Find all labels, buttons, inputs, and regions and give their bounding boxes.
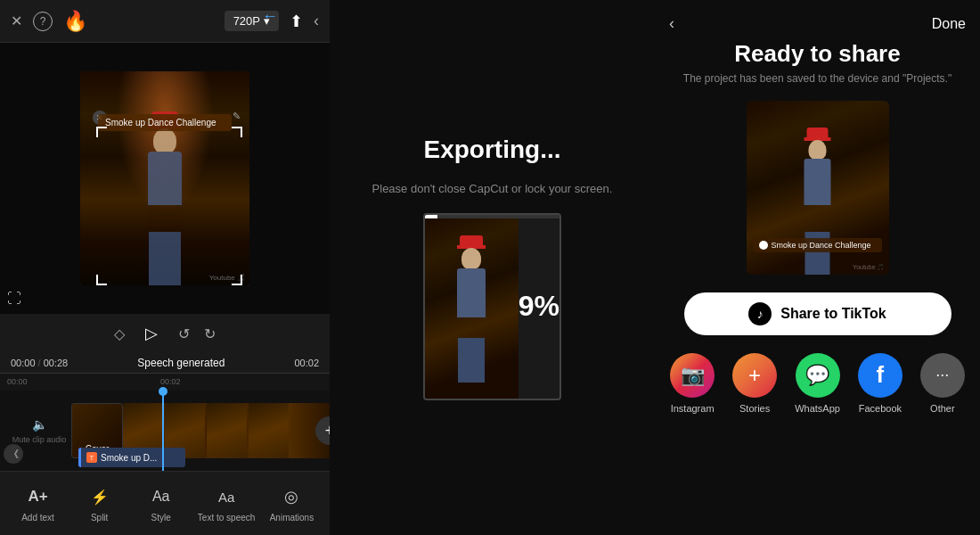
export-preview-image (425, 215, 519, 399)
tiktok-share-button[interactable]: ♪ Share to TikTok (684, 292, 951, 335)
body (148, 152, 182, 205)
share-preview-frame: Smoke up Dance Challenge Youtube 🎵 (747, 101, 889, 275)
tool-split[interactable]: ⚡ Split (75, 484, 125, 523)
split-icon: ⚡ (87, 484, 112, 509)
tool-style[interactable]: Aa Style (136, 484, 186, 523)
share-title: Ready to share (734, 40, 900, 68)
whatsapp-icon: 💬 (796, 353, 840, 398)
text-clip-label: Smoke up D... (101, 453, 157, 463)
capcut-logo: 🔥 (63, 10, 87, 33)
style-label: Style (151, 513, 171, 523)
diamond-icon[interactable]: ◇ (114, 325, 125, 342)
animations-label: Animations (270, 513, 314, 523)
timeline-tracks: 🔈 Mute clip audio Cover + T Smoke up D..… (0, 391, 330, 471)
video-preview-frame: Youtube 🎵 ✕ Smoke up Dance Challenge ✎ (80, 71, 249, 285)
left-editor-panel: ✕ ? 🔥 720P ▾ ⬆ ← ‹ Youtube 🎵 (0, 0, 330, 535)
share-subtitle: The project has been saved to the device… (683, 71, 951, 86)
share-watermark: Youtube 🎵 (853, 264, 885, 271)
export-subtitle: Please don't close CapCut or lock your s… (372, 182, 613, 195)
resize-handle-bl[interactable] (96, 275, 107, 285)
back-nav-button[interactable]: ‹ (314, 12, 319, 30)
play-button[interactable]: ▷ (139, 321, 164, 346)
share-panel: ‹ Done Ready to share The project has be… (655, 0, 980, 535)
bottom-toolbar: A+ Add text ⚡ Split Aa Style Aa Text to … (0, 471, 330, 535)
tiktok-label: Share to TikTok (780, 306, 886, 322)
head (153, 128, 176, 153)
speech-generated-label: Speech generated (68, 357, 294, 369)
text-track: T Smoke up D... (71, 448, 330, 467)
share-body (804, 159, 831, 205)
export-button[interactable]: ⬆ (290, 12, 303, 31)
track-controls: 🔈 Mute clip audio (0, 417, 71, 444)
resize-handle-tr[interactable] (232, 127, 242, 137)
total-time: 00:28 (44, 358, 69, 368)
export-preview-frame: 9% (423, 213, 561, 400)
playhead[interactable] (162, 391, 164, 471)
other-icon: ··· (920, 353, 965, 398)
whatsapp-share-button[interactable]: 💬 WhatsApp (795, 353, 840, 414)
text-overlay[interactable]: Smoke up Dance Challenge (98, 114, 232, 131)
add-text-icon: A+ (26, 484, 51, 509)
instagram-share-button[interactable]: 📷 Instagram (670, 353, 715, 414)
stories-icon: + (732, 353, 777, 398)
timeline-header: 00:00 / 00:28 Speech generated 00:02 (0, 353, 330, 373)
legs (149, 232, 181, 285)
close-button[interactable]: ✕ (11, 12, 22, 29)
redo-icon[interactable]: ↻ (204, 325, 216, 342)
text-to-speech-label: Text to speech (198, 513, 255, 523)
animations-icon: ◎ (279, 484, 304, 509)
export-legs (458, 338, 485, 383)
export-arrow-indicator: ← (262, 7, 278, 26)
tool-add-text[interactable]: A+ Add text (13, 484, 63, 523)
stories-label: Stories (739, 403, 770, 414)
add-text-label: Add text (21, 513, 54, 523)
export-progress-bar (425, 215, 559, 218)
share-preview-image: Smoke up Dance Challenge Youtube 🎵 (747, 101, 889, 275)
resize-handle-br[interactable] (232, 275, 242, 285)
facebook-share-button[interactable]: f Facebook (858, 353, 902, 414)
overlay-edit-icon[interactable]: ✎ (233, 111, 241, 122)
text-clip[interactable]: T Smoke up D... (78, 448, 185, 467)
tiktok-icon: ♪ (748, 302, 772, 325)
share-overlay-text: Smoke up Dance Challenge (754, 238, 882, 252)
tool-animations[interactable]: ◎ Animations (266, 484, 316, 523)
resize-handle-tl[interactable] (96, 127, 107, 137)
other-share-button[interactable]: ··· Other (920, 353, 965, 414)
ruler-mark-1: 00:02 (160, 377, 181, 386)
ruler-time: 00:02 (294, 358, 319, 368)
social-share-row: 📷 Instagram + Stories 💬 WhatsApp f Faceb… (670, 353, 965, 414)
export-progress-fill (425, 215, 437, 218)
undo-icon[interactable]: ↺ (178, 325, 190, 342)
person-figure (125, 107, 205, 285)
facebook-label: Facebook (859, 403, 902, 414)
export-figure (436, 231, 507, 383)
tool-text-to-speech[interactable]: Aa Text to speech (198, 484, 255, 523)
other-label: Other (930, 403, 955, 414)
help-button[interactable]: ? (33, 12, 53, 31)
done-button[interactable]: Done (932, 16, 966, 32)
share-play-icon (759, 241, 768, 250)
video-content: Youtube 🎵 (80, 71, 249, 285)
share-top-bar: ‹ Done (669, 14, 966, 33)
style-icon: Aa (149, 484, 174, 509)
text-to-speech-icon: Aa (214, 484, 239, 509)
share-head (809, 140, 827, 160)
fullscreen-button[interactable]: ⛶ (7, 291, 21, 307)
ruler-mark-0: 00:00 (7, 377, 28, 386)
instagram-icon: 📷 (670, 353, 715, 398)
facebook-icon: f (858, 353, 902, 398)
mute-label: Mute clip audio (12, 435, 67, 444)
share-back-button[interactable]: ‹ (669, 14, 674, 33)
mute-button[interactable]: 🔈 (32, 417, 47, 432)
collapse-button[interactable]: 《 (4, 444, 23, 464)
video-preview-area: Youtube 🎵 ✕ Smoke up Dance Challenge ✎ ⛶ (0, 43, 330, 314)
stories-share-button[interactable]: + Stories (732, 353, 777, 414)
instagram-label: Instagram (671, 403, 715, 414)
export-percentage: 9% (519, 290, 559, 323)
current-time: 00:00 (11, 358, 36, 368)
export-panel: Exporting... Please don't close CapCut o… (330, 0, 655, 535)
whatsapp-label: WhatsApp (795, 403, 840, 414)
export-body (457, 268, 486, 317)
text-clip-icon: T (86, 452, 97, 463)
preview-toolbar: ◇ ▷ ↺ ↻ (0, 314, 330, 353)
